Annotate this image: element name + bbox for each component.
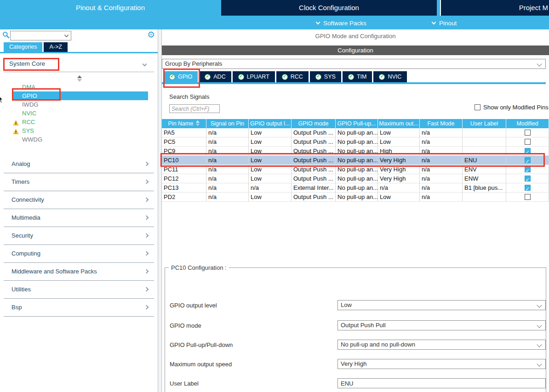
column-header-fast-mode[interactable]: Fast Mode [420, 119, 463, 128]
gear-icon[interactable]: ⚙ [147, 29, 155, 40]
check-badge-icon [282, 74, 288, 80]
column-header-user-label[interactable]: User Label [463, 119, 506, 128]
peripheral-tab-rcc[interactable]: RCC [276, 71, 309, 82]
cell: n/a [420, 156, 463, 165]
column-header-modified[interactable]: Modified [506, 119, 549, 128]
modified-checkbox[interactable] [525, 166, 531, 172]
cell: n/a [420, 137, 463, 147]
modified-checkbox[interactable] [525, 194, 531, 200]
gpio-mode-select[interactable]: Output Push Pull [337, 320, 546, 330]
sidebar-category-timers[interactable]: Timers [4, 173, 154, 191]
column-header-maximum-out[interactable]: Maximum out... [378, 119, 420, 128]
sidebar-category-bsp[interactable]: Bsp [4, 299, 154, 317]
show-only-modified-label: Show only Modified Pins [483, 104, 549, 111]
maximum-output-speed-select[interactable]: Very High [337, 359, 546, 369]
peripheral-tab-nvic[interactable]: NVIC [373, 71, 407, 82]
subnav-pinout[interactable]: Pinout [432, 18, 457, 28]
peripheral-tab-label: TIM [357, 74, 367, 80]
modified-checkbox[interactable] [525, 185, 531, 191]
cell: Output Push ... [292, 193, 336, 202]
sidebar-tab-a-z[interactable]: A->Z [44, 42, 67, 52]
gpio-output-level-select[interactable]: Low [337, 300, 546, 310]
top-tab-clock-configuration[interactable]: Clock Configuration [221, 0, 437, 16]
group-by-select[interactable]: Group By Peripherals [162, 59, 546, 69]
cell: No pull-up an... [336, 147, 378, 156]
table-row-pc11[interactable]: PC11n/aLowOutput Push ...No pull-up an..… [162, 165, 549, 174]
cell: External Inter... [292, 183, 336, 193]
modified-checkbox[interactable] [525, 139, 531, 145]
sidebar-category-computing[interactable]: Computing [4, 245, 154, 263]
peripheral-tab-bar: GPIOADCLPUARTRCCSYSTIMNVIC [164, 71, 407, 82]
peripheral-list: DMAGPIOIWDGNVICRCCSYSWWDG [0, 83, 158, 144]
sidebar-item-dma[interactable]: DMA [0, 83, 158, 91]
column-header-pin-name[interactable]: Pin Name [162, 119, 206, 128]
show-only-modified[interactable]: Show only Modified Pins [475, 104, 549, 111]
top-tab-pinout-configuration[interactable]: Pinout & Configuration [0, 0, 221, 16]
chevron-down-icon [64, 33, 69, 38]
cell-modified [506, 147, 549, 156]
cell: n/a [420, 165, 463, 174]
column-header-gpio-mode[interactable]: GPIO mode [292, 119, 336, 128]
table-row-pc5[interactable]: PC5n/aLowOutput Push ...No pull-up an...… [162, 137, 549, 147]
config-field-label: GPIO mode [170, 322, 201, 329]
column-header-gpio-pull-up[interactable]: GPIO Pull-up... [336, 119, 378, 128]
sidebar-category-utilities[interactable]: Utilities [4, 281, 154, 299]
cell: Low [378, 193, 420, 202]
table-row-pc13[interactable]: PC13n/an/aExternal Inter...No pull-up an… [162, 183, 549, 193]
table-row-pc10[interactable]: PC10n/aLowOutput Push ...No pull-up an..… [162, 156, 549, 165]
column-header-signal-on-pin[interactable]: Signal on Pin [206, 119, 249, 128]
peripheral-tab-sys[interactable]: SYS [310, 71, 341, 82]
search-signals-input[interactable] [169, 104, 220, 113]
check-badge-icon [315, 74, 321, 80]
pane-splitter[interactable] [158, 29, 162, 392]
table-row-pc9[interactable]: PC9n/aLowOutput Push ...No pull-up an...… [162, 147, 549, 156]
sort-spinner-icon[interactable] [77, 75, 82, 82]
subnav-software-packs[interactable]: Software Packs [316, 18, 366, 28]
sort-icon[interactable] [196, 120, 200, 126]
modified-checkbox[interactable] [525, 176, 531, 182]
sidebar-tab-categories[interactable]: Categories [4, 42, 42, 52]
sidebar-category-multimedia[interactable]: Multimedia [4, 209, 154, 227]
peripheral-tab-lpuart[interactable]: LPUART [233, 71, 275, 82]
sidebar-group-system-core[interactable]: System Core [0, 59, 158, 71]
sidebar-item-iwdg[interactable]: IWDG [0, 100, 158, 109]
subnav-label: Software Packs [323, 20, 366, 27]
sidebar-search-combobox[interactable] [10, 31, 71, 40]
column-header-gpio-output-l[interactable]: GPIO output l... [249, 119, 292, 128]
cell: Output Push ... [292, 137, 336, 147]
sidebar-category-connectivity[interactable]: Connectivity [4, 191, 154, 209]
chevron-right-icon [144, 162, 149, 166]
user-label-input[interactable] [337, 378, 546, 388]
cell-modified [506, 165, 549, 174]
sidebar-category-security[interactable]: Security [4, 227, 154, 245]
sidebar-item-rcc[interactable]: RCC [0, 118, 158, 126]
sidebar-tab-underline [0, 52, 158, 53]
table-row-pd2[interactable]: PD2n/aLowOutput Push ...No pull-up an...… [162, 193, 549, 202]
peripheral-tab-gpio[interactable]: GPIO [164, 71, 198, 82]
cell-modified [506, 193, 549, 202]
table-row-pc12[interactable]: PC12n/aLowOutput Push ...No pull-up an..… [162, 174, 549, 183]
modified-checkbox[interactable] [525, 148, 531, 154]
cell: n/a [206, 156, 249, 165]
top-tab-project-m[interactable]: Project M [440, 0, 549, 16]
sidebar-item-gpio[interactable]: GPIO [12, 91, 148, 100]
peripheral-tab-adc[interactable]: ADC [199, 71, 231, 82]
table-row-pa5[interactable]: PA5n/aLowOutput Push ...No pull-up an...… [162, 128, 549, 137]
cell: Low [378, 128, 420, 137]
sidebar-item-wwdg[interactable]: WWDG [0, 135, 158, 144]
cell: Very High [378, 174, 420, 183]
show-only-modified-checkbox[interactable] [475, 104, 480, 110]
sidebar-item-sys[interactable]: SYS [0, 126, 158, 135]
gpio-pull-up-pull-down-select[interactable]: No pull-up and no pull-down [337, 340, 546, 350]
sidebar-category-middleware-and-software-packs[interactable]: Middleware and Software Packs [4, 263, 154, 281]
peripheral-tab-tim[interactable]: TIM [343, 71, 372, 82]
chevron-right-icon [144, 216, 149, 220]
peripheral-tab-label: RCC [291, 74, 303, 80]
modified-checkbox[interactable] [525, 130, 531, 136]
select-value: Output Push Pull [341, 322, 386, 329]
sidebar-category-analog[interactable]: Analog [4, 155, 154, 173]
chevron-right-icon [144, 233, 149, 238]
sidebar-item-nvic[interactable]: NVIC [0, 109, 158, 118]
modified-checkbox[interactable] [525, 157, 531, 163]
search-icon [2, 31, 10, 40]
